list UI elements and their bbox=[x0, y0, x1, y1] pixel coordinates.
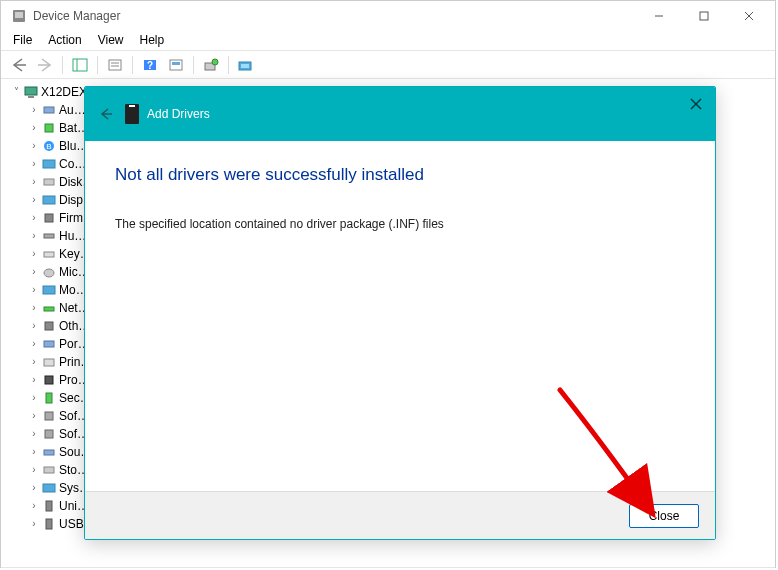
device-category-icon bbox=[41, 210, 57, 226]
device-category-icon bbox=[41, 228, 57, 244]
expand-icon[interactable]: › bbox=[27, 101, 41, 119]
menu-action[interactable]: Action bbox=[40, 31, 89, 50]
expand-icon[interactable]: › bbox=[27, 299, 41, 317]
back-button[interactable] bbox=[7, 54, 31, 76]
expand-icon[interactable]: › bbox=[27, 371, 41, 389]
svg-point-33 bbox=[44, 269, 54, 277]
tree-item-label: Hu… bbox=[59, 227, 86, 245]
expand-icon[interactable]: › bbox=[27, 515, 41, 533]
device-category-icon bbox=[41, 246, 57, 262]
svg-rect-31 bbox=[44, 234, 54, 238]
device-category-icon bbox=[41, 282, 57, 298]
window-controls bbox=[636, 1, 771, 31]
expand-icon[interactable]: › bbox=[27, 353, 41, 371]
svg-rect-39 bbox=[45, 376, 53, 384]
device-category-icon bbox=[41, 102, 57, 118]
expand-icon[interactable]: › bbox=[27, 407, 41, 425]
expand-icon[interactable]: › bbox=[27, 389, 41, 407]
svg-text:?: ? bbox=[147, 60, 153, 71]
expand-icon[interactable]: › bbox=[27, 281, 41, 299]
minimize-button[interactable] bbox=[636, 1, 681, 31]
show-hide-tree-button[interactable] bbox=[68, 54, 92, 76]
svg-rect-24 bbox=[45, 124, 53, 132]
expand-icon[interactable]: › bbox=[27, 227, 41, 245]
device-category-icon bbox=[41, 156, 57, 172]
svg-rect-46 bbox=[46, 501, 52, 511]
svg-rect-47 bbox=[46, 519, 52, 529]
expand-icon[interactable]: › bbox=[27, 317, 41, 335]
dialog-back-button[interactable] bbox=[95, 103, 117, 125]
close-window-button[interactable] bbox=[726, 1, 771, 31]
device-category-icon bbox=[41, 264, 57, 280]
device-category-icon bbox=[41, 516, 57, 532]
device-category-icon bbox=[41, 354, 57, 370]
expand-icon[interactable]: › bbox=[27, 479, 41, 497]
device-category-icon bbox=[41, 192, 57, 208]
expand-icon[interactable]: › bbox=[27, 191, 41, 209]
svg-rect-22 bbox=[28, 96, 34, 98]
dialog-body: Not all drivers were successfully instal… bbox=[85, 141, 715, 491]
expand-icon[interactable]: › bbox=[27, 497, 41, 515]
svg-rect-42 bbox=[45, 430, 53, 438]
scan-hardware-button[interactable] bbox=[199, 54, 223, 76]
app-icon bbox=[11, 8, 27, 24]
expand-icon[interactable]: › bbox=[27, 263, 41, 281]
expand-icon[interactable]: › bbox=[27, 137, 41, 155]
menubar: File Action View Help bbox=[1, 31, 775, 51]
device-category-icon bbox=[41, 462, 57, 478]
add-hardware-button[interactable] bbox=[234, 54, 258, 76]
properties-button[interactable] bbox=[103, 54, 127, 76]
tree-root-label: X12DEX bbox=[41, 83, 87, 101]
expand-icon[interactable]: › bbox=[27, 209, 41, 227]
svg-rect-35 bbox=[44, 307, 54, 311]
expand-icon[interactable]: › bbox=[27, 155, 41, 173]
svg-rect-40 bbox=[46, 393, 52, 403]
device-category-icon bbox=[41, 174, 57, 190]
device-category-icon bbox=[41, 120, 57, 136]
menu-view[interactable]: View bbox=[90, 31, 132, 50]
svg-rect-20 bbox=[241, 64, 249, 68]
expand-icon[interactable]: › bbox=[27, 245, 41, 263]
toolbar-icon-1[interactable] bbox=[164, 54, 188, 76]
device-category-icon bbox=[41, 372, 57, 388]
expand-icon[interactable]: › bbox=[27, 335, 41, 353]
expand-icon[interactable]: › bbox=[27, 425, 41, 443]
svg-rect-1 bbox=[15, 12, 23, 18]
expand-icon[interactable]: › bbox=[27, 119, 41, 137]
window-title: Device Manager bbox=[33, 9, 636, 23]
svg-rect-16 bbox=[172, 62, 180, 65]
svg-rect-32 bbox=[44, 252, 54, 257]
device-category-icon bbox=[41, 336, 57, 352]
svg-rect-43 bbox=[44, 450, 54, 455]
expand-icon[interactable]: › bbox=[27, 173, 41, 191]
device-category-icon bbox=[41, 390, 57, 406]
svg-rect-10 bbox=[109, 60, 121, 70]
svg-text:B: B bbox=[46, 142, 51, 151]
collapse-icon[interactable]: ˅ bbox=[9, 83, 23, 101]
menu-help[interactable]: Help bbox=[132, 31, 173, 50]
tree-item-label: Co… bbox=[59, 155, 86, 173]
close-button[interactable]: Close bbox=[629, 504, 699, 528]
dialog-close-x[interactable] bbox=[685, 93, 707, 115]
svg-point-18 bbox=[212, 59, 218, 65]
device-category-icon bbox=[41, 498, 57, 514]
svg-rect-8 bbox=[73, 59, 87, 71]
menu-file[interactable]: File bbox=[5, 31, 40, 50]
help-button[interactable]: ? bbox=[138, 54, 162, 76]
dialog-heading: Not all drivers were successfully instal… bbox=[115, 165, 685, 185]
svg-rect-21 bbox=[25, 87, 37, 95]
device-category-icon bbox=[41, 480, 57, 496]
svg-rect-44 bbox=[44, 467, 54, 473]
forward-button[interactable] bbox=[33, 54, 57, 76]
svg-rect-23 bbox=[44, 107, 54, 113]
expand-icon[interactable]: › bbox=[27, 443, 41, 461]
driver-icon bbox=[125, 104, 139, 124]
dialog-title: Add Drivers bbox=[147, 107, 210, 121]
dialog-header: Add Drivers bbox=[85, 87, 715, 141]
svg-rect-36 bbox=[45, 322, 53, 330]
device-category-icon bbox=[41, 318, 57, 334]
device-category-icon bbox=[41, 426, 57, 442]
expand-icon[interactable]: › bbox=[27, 461, 41, 479]
maximize-button[interactable] bbox=[681, 1, 726, 31]
svg-rect-38 bbox=[44, 359, 54, 366]
